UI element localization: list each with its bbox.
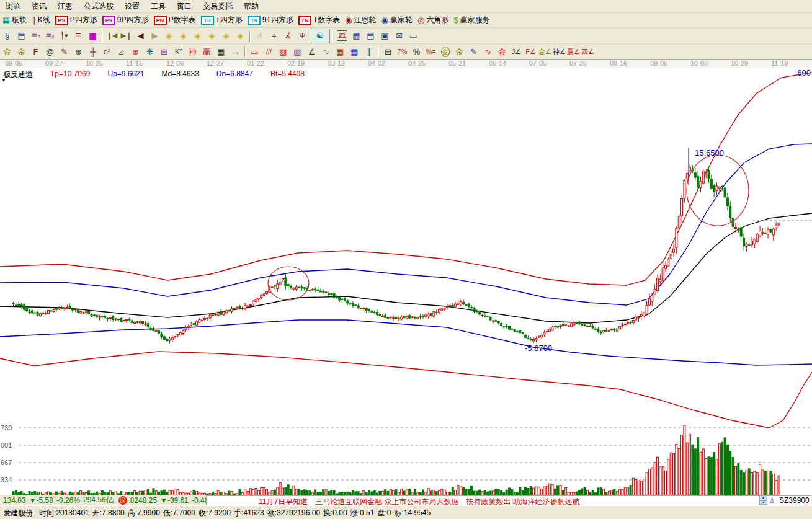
shrink-button[interactable]: ◈ xyxy=(205,30,219,42)
hexagon-button[interactable]: ◎六角形 xyxy=(415,14,451,27)
zigzag-button[interactable]: ∿ xyxy=(319,45,333,58)
menu-item-窗口[interactable]: 窗口 xyxy=(171,0,197,13)
date-tick: 12-06 xyxy=(166,60,184,67)
zoom-horizontal-button[interactable]: ◈ xyxy=(190,30,205,42)
calendar-button[interactable]: 21 xyxy=(335,30,349,42)
menu-item-江恩[interactable]: 江恩 xyxy=(52,0,78,13)
ying-angle-button[interactable]: 赢∠ xyxy=(566,45,581,58)
brush-button[interactable]: ✎ xyxy=(466,45,481,58)
angle-ruler-button[interactable]: ⊿ xyxy=(114,45,128,58)
spinner-down-button[interactable]: ▼ xyxy=(759,500,767,505)
parallel-lines-button[interactable]: ∥ xyxy=(362,45,376,58)
menu-item-工具[interactable]: 工具 xyxy=(145,0,171,13)
gann-tool-button[interactable]: Ψ xyxy=(295,30,310,42)
menu-item-交易委托[interactable]: 交易委托 xyxy=(197,0,238,13)
scale-ruler-button[interactable]: ╫ xyxy=(86,45,100,58)
p-table-button[interactable]: PNP数字表 xyxy=(151,14,199,27)
angle-measure-button[interactable]: ∡ xyxy=(281,30,295,42)
menu-item-公式选股[interactable]: 公式选股 xyxy=(78,0,119,13)
trend-fan-button[interactable]: ∠ xyxy=(305,45,319,58)
fibo-ruler-button[interactable]: F xyxy=(29,45,43,58)
volume-profile-button[interactable]: ▆ xyxy=(86,30,100,42)
toolbar-draw: 金金F@✎⊕╫n²⊿⊕❋⊞K″神赢▦↔▭///▨▧∠∿▦▦∥⊞7%%%=金金✎∿… xyxy=(0,44,812,60)
gann-circle-button[interactable]: ⊕ xyxy=(71,45,86,58)
prev-page-button[interactable]: ◀ xyxy=(133,30,148,42)
print-button[interactable]: ▭ xyxy=(406,30,421,42)
p-square-button[interactable]: PSP四方形 xyxy=(53,14,100,27)
menu-item-帮助[interactable]: 帮助 xyxy=(238,0,264,13)
gold-box-button[interactable]: 金 xyxy=(495,45,509,58)
shrink-icon: ◈ xyxy=(209,31,215,40)
single-candle-button[interactable]: ╿▾ xyxy=(57,30,71,42)
number-grid-button[interactable]: ▦ xyxy=(214,45,228,58)
notepad-button[interactable]: ▤ xyxy=(364,30,378,42)
n2-ruler-button[interactable]: n² xyxy=(100,45,114,58)
grid-blue-button[interactable]: ▦ xyxy=(347,45,362,58)
notes-button[interactable]: ▤ xyxy=(14,30,29,42)
info-panel-button[interactable]: § xyxy=(0,30,14,42)
chips-button[interactable]: ≣ xyxy=(71,30,86,42)
smart-brain-button[interactable]: ☯ xyxy=(310,29,330,43)
ying-ruler-button[interactable]: 赢 xyxy=(200,45,214,58)
candlestick-chart[interactable]: 73900166733415.6500-5.8700600 xyxy=(0,68,812,495)
circle-cross-button[interactable]: ⊕ xyxy=(128,45,143,58)
wave-3-button[interactable]: ♒₃ xyxy=(29,30,43,42)
news-ticker[interactable]: 11月7日早知道 三马论道互联网金融 众上市公司布局大数据 扶持政策频出 助海洋… xyxy=(206,495,811,505)
percent-retrace-button[interactable]: 7% xyxy=(395,45,409,58)
spiral-button[interactable]: @ xyxy=(43,45,57,58)
status-field-标: 标:14.9545 xyxy=(394,508,431,517)
zoom-right-button[interactable]: ◈ xyxy=(176,30,190,42)
gold-circle-button[interactable]: 金 xyxy=(438,45,452,58)
zoom-left-button[interactable]: ◈ xyxy=(162,30,176,42)
kline-button[interactable]: ∥K线 xyxy=(29,14,53,27)
wave-9-icon: ♒₉ xyxy=(45,31,54,40)
9p-square-button[interactable]: P99P四方形 xyxy=(100,14,151,27)
gold-lines-button[interactable]: 金 xyxy=(452,45,466,58)
wave-9-button[interactable]: ♒₉ xyxy=(43,30,57,42)
si-angle-button[interactable]: 四∠ xyxy=(581,45,595,58)
menu-item-设置[interactable]: 设置 xyxy=(119,0,145,13)
percent-lines-button[interactable]: %= xyxy=(424,45,438,58)
fan-lines-button[interactable]: /// xyxy=(262,45,276,58)
shen-angle-button[interactable]: 神∠ xyxy=(552,45,566,58)
square-pattern-button[interactable]: ⊞ xyxy=(157,45,171,58)
compass-pen-button[interactable]: ✎ xyxy=(57,45,71,58)
fan-square-button[interactable]: ▧ xyxy=(290,45,305,58)
t-square-button[interactable]: TST四方形 xyxy=(199,14,245,27)
next-page-button[interactable]: ▶ xyxy=(148,30,162,42)
gold-ruler2-button[interactable]: 金 xyxy=(14,45,29,58)
f-angle-button[interactable]: F∠ xyxy=(524,45,538,58)
9t-square-button[interactable]: T99T四方形 xyxy=(245,14,296,27)
last-page-button[interactable]: ▶❙ xyxy=(119,30,133,42)
spiral-icon: @ xyxy=(46,47,54,56)
expand-button[interactable]: ◈ xyxy=(219,30,233,42)
winner-service-button[interactable]: $赢家服务 xyxy=(451,14,492,27)
gann-grid-button[interactable]: ⊞ xyxy=(381,45,395,58)
percent-button[interactable]: % xyxy=(409,45,424,58)
gold-ruler-button[interactable]: 金 xyxy=(0,45,14,58)
width-measure-button[interactable]: ↔ xyxy=(228,45,243,58)
spinner-up-button[interactable]: ▲ xyxy=(759,495,767,500)
shen-ruler-button[interactable]: 神 xyxy=(185,45,200,58)
winner-wheel-button[interactable]: ◉赢家轮 xyxy=(379,14,415,27)
full-view-button[interactable]: ◈ xyxy=(233,30,248,42)
gold-angle-button[interactable]: 金∠ xyxy=(538,45,552,58)
fan-box-button[interactable]: ▨ xyxy=(276,45,290,58)
send-button[interactable]: ✉ xyxy=(392,30,406,42)
crosshair-button[interactable]: ＋ xyxy=(267,30,281,42)
gann-wheel-button[interactable]: ◉江恩轮 xyxy=(342,14,378,27)
drag-hand-button[interactable]: ☝ xyxy=(252,30,267,42)
grid-red-button[interactable]: ▦ xyxy=(333,45,347,58)
color-wheel-button[interactable]: ❋ xyxy=(143,45,157,58)
save-button[interactable]: ▣ xyxy=(378,30,392,42)
k-quote-button[interactable]: K″ xyxy=(171,45,185,58)
calculator-button[interactable]: ▦ xyxy=(349,30,364,42)
t-table-button[interactable]: TNT数字表 xyxy=(296,14,342,27)
menu-item-资讯[interactable]: 资讯 xyxy=(26,0,52,13)
wave-gold-button[interactable]: ∿ xyxy=(481,45,495,58)
rect-tool-button[interactable]: ▭ xyxy=(248,45,262,58)
first-page-button[interactable]: ❙◀ xyxy=(105,30,119,42)
sectors-button[interactable]: ▦板块 xyxy=(0,14,29,27)
menu-item-浏览[interactable]: 浏览 xyxy=(0,0,26,13)
j-angle-button[interactable]: J∠ xyxy=(509,45,524,58)
